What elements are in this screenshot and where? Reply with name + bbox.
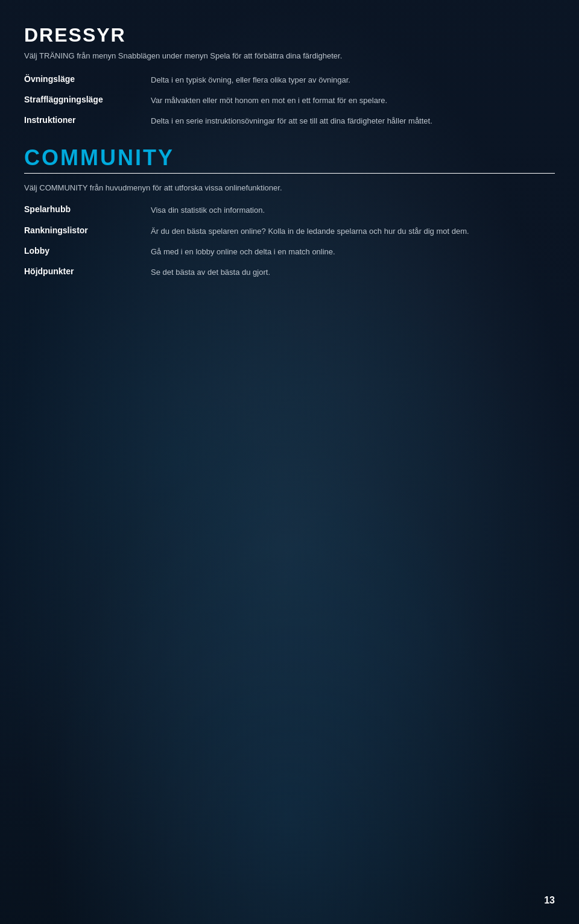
dressyr-term-list: Övningsläge Delta i en typisk övning, el… [24,74,555,127]
community-title: COMMUNITY [24,145,555,171]
term-label-instruktioner: Instruktioner [24,115,145,125]
term-desc-instruktioner: Delta i en serie instruktionsövningar fö… [151,115,555,127]
community-label-spelarhubb: Spelarhubb [24,204,145,214]
term-label-ovningsläge: Övningsläge [24,74,145,84]
community-item-hojdpunkter: Höjdpunkter Se det bästa av det bästa du… [24,266,555,278]
community-label-rankningslistor: Rankningslistor [24,225,145,235]
term-row-instruktioner: Instruktioner Delta i en serie instrukti… [24,115,555,127]
term-label-strafflaggning: Straffläggningsläge [24,95,145,104]
community-item-rankningslistor: Rankningslistor Är du den bästa spelaren… [24,225,555,237]
community-desc-hojdpunkter: Se det bästa av det bästa du gjort. [151,266,555,278]
dressyr-title: DRESSYR [24,24,555,46]
term-desc-strafflaggning: Var målvakten eller möt honom en mot en … [151,95,555,107]
dressyr-section: DRESSYR Välj TRÄNING från menyn Snabbläg… [24,24,555,127]
community-subtitle: Välj COMMUNITY från huvudmenyn för att u… [24,182,555,194]
community-label-hojdpunkter: Höjdpunkter [24,266,145,276]
term-row-strafflaggning: Straffläggningsläge Var målvakten eller … [24,95,555,107]
community-item-list: Spelarhubb Visa din statistik och inform… [24,204,555,278]
dressyr-subtitle: Välj TRÄNING från menyn Snabblägen under… [24,50,555,62]
community-desc-rankningslistor: Är du den bästa spelaren online? Kolla i… [151,225,555,237]
community-desc-spelarhubb: Visa din statistik och information. [151,204,555,216]
community-item-spelarhubb: Spelarhubb Visa din statistik och inform… [24,204,555,216]
page-number: 13 [544,895,555,906]
community-label-lobby: Lobby [24,246,145,256]
community-item-lobby: Lobby Gå med i en lobby online och delta… [24,246,555,258]
term-desc-ovningsläge: Delta i en typisk övning, eller flera ol… [151,74,555,86]
community-section: COMMUNITY Välj COMMUNITY från huvudmenyn… [24,145,555,278]
community-desc-lobby: Gå med i en lobby online och delta i en … [151,246,555,258]
community-divider [24,173,555,174]
term-row-ovningsläge: Övningsläge Delta i en typisk övning, el… [24,74,555,86]
